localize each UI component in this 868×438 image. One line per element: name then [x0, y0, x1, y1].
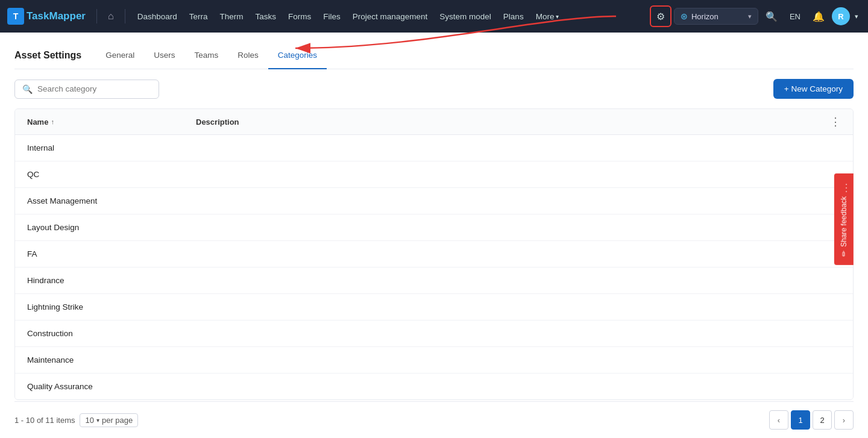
tab-general[interactable]: General [96, 42, 144, 69]
search-input[interactable] [37, 84, 151, 93]
table-row: Asset Management [15, 188, 853, 214]
nav-system-model[interactable]: System model [433, 0, 497, 33]
nav-dashboard[interactable]: Dashboard [131, 0, 183, 33]
home-button[interactable]: ⌂ [103, 7, 119, 25]
nav-forms[interactable]: Forms [282, 0, 317, 33]
category-name: Maintenance [27, 355, 196, 364]
nav-terra[interactable]: Terra [183, 0, 214, 33]
pagination-prev[interactable]: ‹ [769, 410, 788, 430]
chevron-down-icon: ▾ [748, 13, 752, 20]
tab-users[interactable]: Users [144, 42, 184, 69]
category-name: FA [27, 249, 196, 258]
category-name: QC [27, 170, 196, 179]
logo-icon: T [7, 8, 24, 25]
nav-divider [96, 9, 97, 23]
pagination-next[interactable]: › [834, 410, 854, 430]
tab-categories[interactable]: Categories [268, 42, 327, 69]
category-name: Lightning Strike [27, 302, 196, 311]
per-page-select[interactable]: 10 ▾ per page [80, 413, 138, 427]
table-row: QC [15, 161, 853, 188]
nav-therm[interactable]: Therm [213, 0, 249, 33]
chevron-down-icon: ▾ [556, 13, 559, 20]
workspace-name: Horizon [691, 12, 719, 21]
avatar[interactable]: R [832, 7, 850, 25]
page-content: Asset Settings General Users Teams Roles… [0, 33, 868, 438]
pagination-page-2[interactable]: 2 [813, 410, 832, 430]
category-name: Hindrance [27, 276, 196, 285]
bell-icon: 🔔 [813, 11, 825, 22]
nav-divider2 [125, 9, 125, 23]
workspace-icon: ⊛ [681, 11, 688, 21]
new-category-button[interactable]: + New Category [773, 79, 854, 99]
categories-table: Name ↑ Description ⋮ Internal QC Asset M… [14, 108, 854, 400]
nav-more[interactable]: More ▾ [530, 0, 565, 33]
table-row: Layout Design [15, 214, 853, 241]
pagination-bar: 1 - 10 of 11 items 10 ▾ per page ‹ 1 2 › [14, 401, 854, 438]
table-row: Lightning Strike [15, 294, 853, 321]
category-name: Asset Management [27, 196, 196, 205]
table-row: Construction [15, 321, 853, 347]
notification-button[interactable]: 🔔 [808, 7, 829, 26]
page-title: Asset Settings [14, 50, 81, 61]
table-row: Internal [15, 135, 853, 161]
chevron-down-icon: ▾ [96, 417, 99, 424]
page-header: Asset Settings General Users Teams Roles… [14, 42, 854, 69]
edit-icon: ✏ [840, 250, 848, 256]
toolbar: 🔍 + New Category [14, 69, 854, 108]
feedback-button[interactable]: ✏ Share feedback ... [834, 174, 854, 265]
per-page-value: 10 [85, 416, 93, 425]
gear-icon: ⚙ [656, 11, 665, 22]
pagination-info: 1 - 10 of 11 items 10 ▾ per page [14, 413, 138, 427]
language-button[interactable]: EN [785, 8, 805, 25]
category-name: Quality Assurance [27, 382, 196, 391]
category-name: Internal [27, 143, 196, 152]
workspace-selector[interactable]: ⊛ Horizon ▾ [674, 8, 758, 25]
navbar-right: ⚙ ⊛ Horizon ▾ 🔍 EN 🔔 R ▾ [650, 5, 861, 27]
more-dots-icon: ... [839, 182, 849, 193]
search-button[interactable]: 🔍 [761, 7, 782, 26]
table-row: Hindrance [15, 267, 853, 294]
tab-list: General Users Teams Roles Categories [96, 42, 327, 69]
table-row: Maintenance [15, 347, 853, 374]
column-actions: ⋮ [817, 115, 841, 128]
search-icon: 🔍 [766, 11, 778, 22]
table-row: FA [15, 241, 853, 267]
tab-teams[interactable]: Teams [184, 42, 228, 69]
sort-icon: ↑ [51, 118, 54, 125]
pagination-page-1[interactable]: 1 [791, 410, 810, 430]
category-name: Construction [27, 329, 196, 338]
nav-tasks[interactable]: Tasks [249, 0, 282, 33]
pagination-nav: ‹ 1 2 › [769, 410, 854, 430]
category-name: Layout Design [27, 223, 196, 232]
column-description: Description [196, 117, 817, 127]
column-name[interactable]: Name ↑ [27, 117, 196, 127]
nav-plans[interactable]: Plans [497, 0, 530, 33]
nav-files[interactable]: Files [317, 0, 347, 33]
search-box[interactable]: 🔍 [14, 80, 159, 99]
pagination-range: 1 - 10 of 11 items [14, 416, 75, 425]
navbar: T TaskMapper ⌂ Dashboard Terra Therm Tas… [0, 0, 868, 33]
avatar-dropdown-arrow[interactable]: ▾ [852, 9, 861, 24]
tab-roles[interactable]: Roles [228, 42, 268, 69]
logo-text: TaskMapper [27, 10, 86, 22]
search-icon: 🔍 [22, 84, 33, 94]
per-page-label: per page [102, 416, 133, 425]
column-options-icon[interactable]: ⋮ [830, 115, 841, 128]
logo[interactable]: T TaskMapper [7, 8, 86, 25]
settings-button[interactable]: ⚙ [650, 5, 671, 27]
table-row: Quality Assurance [15, 374, 853, 399]
main-nav: Dashboard Terra Therm Tasks Forms Files … [131, 0, 650, 33]
table-header: Name ↑ Description ⋮ [15, 109, 853, 135]
nav-project-management[interactable]: Project management [347, 0, 434, 33]
